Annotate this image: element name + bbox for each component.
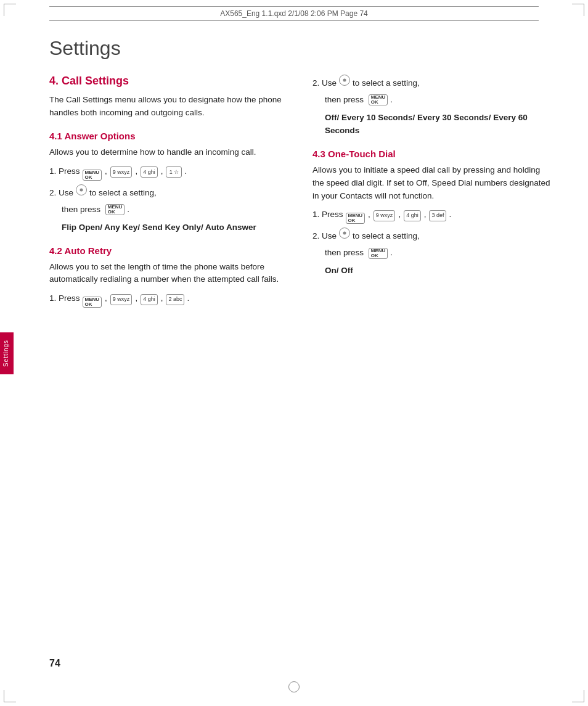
- section-42-intro: Allows you to set the length of time the…: [49, 261, 288, 287]
- btn-4ghi-43: 4 ghi: [404, 210, 421, 221]
- btn-menu-ok-43-1: MENUOK: [346, 213, 365, 224]
- s41-step2-suffix: to select a setting,: [89, 187, 157, 200]
- s43-step2-cont: then press MENUOK .: [312, 247, 551, 260]
- s42-step2-prefix: 2. Use: [312, 77, 337, 90]
- header-bar: AX565_Eng 1.1.qxd 2/1/08 2:06 PM Page 74: [49, 6, 539, 21]
- corner-mark-tl: [4, 4, 16, 16]
- nav-circle-41: [76, 184, 87, 195]
- s43-step1: 1. Press MENUOK , 9 wxyz , 4 ghi , 3 def…: [312, 208, 551, 224]
- s41-step2-prefix: 2. Use: [49, 187, 73, 200]
- section-41-intro: Allows you to determine how to handle an…: [49, 146, 288, 159]
- s42-options: Off/ Every 10 Seconds/ Every 30 Seconds/…: [312, 112, 551, 138]
- col-left: 4. Call Settings The Call Settings menu …: [49, 75, 288, 657]
- nav-circle-43: [339, 228, 350, 239]
- btn-4ghi-42: 4 ghi: [141, 294, 158, 305]
- section-heading-4: 4. Call Settings: [49, 75, 288, 88]
- section-43-intro: Allows you to initiate a speed dial call…: [312, 164, 551, 203]
- s43-step2: 2. Use to select a setting,: [312, 228, 551, 243]
- nav-circle-42: [339, 75, 350, 86]
- section-4-intro: The Call Settings menu allows you to des…: [49, 94, 288, 120]
- s43-options: On/ Off: [312, 265, 551, 277]
- main-content: Settings 4. Call Settings The Call Setti…: [49, 37, 551, 657]
- s42-step1-prefix: 1. Press: [49, 292, 80, 305]
- btn-9wxyz-43: 9 wxyz: [374, 210, 396, 221]
- section-heading-41: 4.1 Answer Options: [49, 131, 288, 141]
- col-right: 2. Use to select a setting, then press M…: [312, 75, 551, 657]
- s41-options: Flip Open/ Any Key/ Send Key Only/ Auto …: [49, 221, 288, 234]
- btn-menu-ok-43-2: MENUOK: [369, 248, 388, 259]
- btn-1star-41: 1 ☆: [166, 166, 182, 178]
- s42-step2-suffix: to select a setting,: [353, 77, 420, 90]
- s43-step2-prefix: 2. Use: [312, 230, 337, 243]
- btn-menu-ok-42-1: MENUOK: [83, 297, 102, 308]
- btn-9wxyz-41: 9 wxyz: [110, 166, 133, 178]
- btn-4ghi-41: 4 ghi: [141, 166, 158, 178]
- btn-menu-ok-41-1: MENUOK: [83, 170, 102, 181]
- btn-3def-43: 3 def: [429, 210, 446, 221]
- s41-step2: 2. Use to select a setting,: [49, 184, 288, 200]
- corner-mark-bl: [4, 690, 16, 702]
- s41-step1-prefix: 1. Press: [49, 165, 80, 178]
- corner-mark-br: [572, 690, 584, 702]
- btn-2abc-42: 2 abc: [166, 294, 184, 305]
- btn-9wxyz-42: 9 wxyz: [110, 294, 133, 305]
- corner-mark-tr: [572, 4, 584, 16]
- s42-step2: 2. Use to select a setting,: [312, 75, 551, 90]
- crosshair-circle: [288, 681, 300, 692]
- section-heading-42: 4.2 Auto Retry: [49, 245, 288, 256]
- btn-menu-ok-41-2: MENUOK: [105, 204, 125, 215]
- s42-step1: 1. Press MENUOK , 9 wxyz , 4 ghi , 2 abc…: [49, 292, 288, 308]
- s43-step2-suffix: to select a setting,: [353, 230, 420, 243]
- s43-step1-prefix: 1. Press: [312, 208, 343, 221]
- s41-step2-cont: then press MENUOK .: [49, 203, 288, 216]
- page-title: Settings: [49, 37, 551, 60]
- section-heading-43: 4.3 One-Touch Dial: [312, 149, 551, 159]
- side-tab: Settings: [0, 332, 14, 374]
- s42-step2-cont: then press MENUOK .: [312, 94, 551, 107]
- two-col-layout: 4. Call Settings The Call Settings menu …: [49, 75, 551, 657]
- s41-step1: 1. Press MENUOK , 9 wxyz , 4 ghi , 1 ☆ .: [49, 165, 288, 181]
- btn-menu-ok-42-2: MENUOK: [369, 94, 388, 105]
- page-number: 74: [49, 658, 60, 669]
- header-file-info: AX565_Eng 1.1.qxd 2/1/08 2:06 PM Page 74: [220, 9, 368, 18]
